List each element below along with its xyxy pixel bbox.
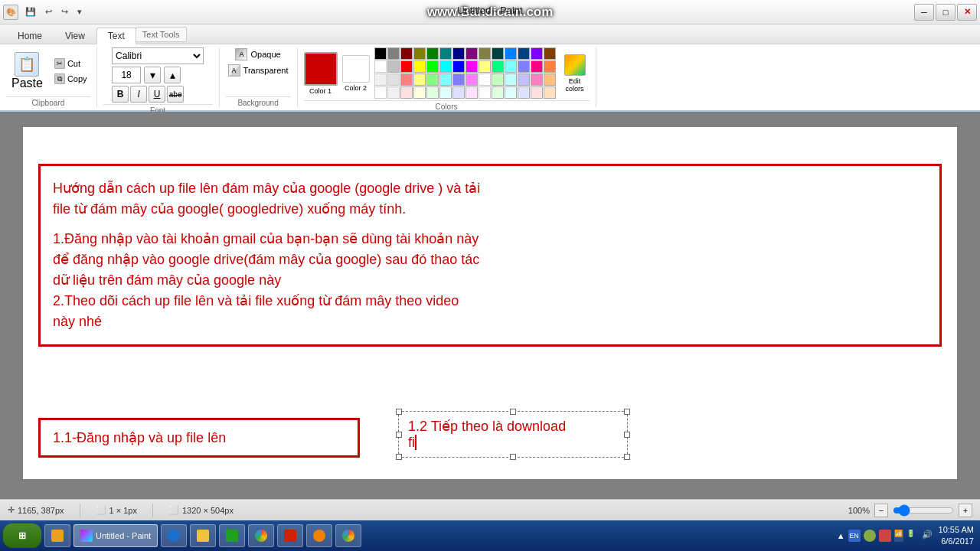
resize-handle-bl[interactable] — [396, 454, 402, 460]
color-lightmagenta[interactable] — [466, 73, 478, 86]
quick-dropdown-btn[interactable]: ▾ — [74, 5, 86, 18]
main-text-box[interactable]: Hướng dẫn cách up file lên đám mây của g… — [38, 164, 942, 347]
color-spring[interactable] — [492, 60, 504, 73]
color-honeydew[interactable] — [426, 86, 439, 99]
color-lightcyan3[interactable] — [439, 86, 452, 99]
color-red[interactable] — [400, 60, 413, 73]
color-maroon[interactable] — [400, 47, 413, 60]
color-blue[interactable] — [505, 47, 517, 60]
resize-handle-bm[interactable] — [510, 454, 516, 460]
taskbar-item-paint[interactable]: Untitled - Paint — [74, 524, 158, 547]
taskbar-item-chrome[interactable] — [248, 524, 274, 547]
color-lightgray[interactable] — [374, 73, 387, 86]
color-pink[interactable] — [531, 73, 543, 86]
underline-button[interactable]: U — [149, 86, 165, 103]
color-lavender2[interactable] — [452, 86, 465, 99]
decrease-font-btn[interactable]: ▾ — [144, 67, 161, 83]
taskbar-item-media[interactable] — [219, 524, 245, 547]
taskbar-item-1[interactable] — [44, 524, 70, 547]
resize-handle-br[interactable] — [624, 454, 630, 460]
tab-home[interactable]: Home — [6, 28, 54, 44]
color-alice[interactable] — [505, 86, 517, 99]
color-periwinkle[interactable] — [518, 73, 530, 86]
color-white3[interactable] — [374, 86, 387, 99]
color-teal[interactable] — [439, 47, 452, 60]
resize-handle-ml[interactable] — [396, 432, 402, 438]
quick-undo-btn[interactable]: ↩ — [41, 5, 56, 18]
italic-button[interactable]: I — [130, 86, 147, 103]
resize-handle-mr[interactable] — [624, 432, 630, 438]
color-purple[interactable] — [466, 47, 478, 60]
color-navy2[interactable] — [518, 47, 530, 60]
color-olive2[interactable] — [479, 47, 491, 60]
taskbar-item-vlc[interactable] — [306, 524, 332, 547]
resize-handle-tr[interactable] — [624, 409, 630, 415]
color-white2[interactable] — [479, 73, 491, 86]
taskbar-item-sw[interactable] — [277, 524, 303, 547]
resize-handle-tl[interactable] — [396, 409, 402, 415]
quick-save-btn[interactable]: 💾 — [21, 5, 40, 18]
quick-redo-btn[interactable]: ↪ — [57, 5, 72, 18]
paste-button[interactable]: 📋 Paste — [6, 50, 48, 93]
color-black[interactable] — [374, 47, 387, 60]
color-ghostwhite[interactable] — [518, 86, 530, 99]
color-cyan[interactable] — [439, 60, 452, 73]
color-lightblue[interactable] — [452, 73, 465, 86]
color-yellow2[interactable] — [479, 60, 491, 73]
copy-button[interactable]: ⧉ Copy — [51, 72, 90, 86]
color-sky[interactable] — [505, 60, 517, 73]
zoom-slider[interactable] — [893, 504, 954, 517]
color-bisque[interactable] — [544, 86, 556, 99]
opaque-option[interactable]: A Opaque — [233, 47, 283, 61]
color-gray[interactable] — [387, 47, 400, 60]
edit-colors-button[interactable]: Edit colors — [560, 52, 590, 95]
tab-text[interactable]: Text — [96, 28, 136, 44]
color-green[interactable] — [426, 47, 439, 60]
font-family-select[interactable]: Calibri — [112, 47, 204, 64]
color-lightyellow[interactable] — [413, 73, 426, 86]
cut-button[interactable]: ✂ Cut — [51, 57, 90, 70]
start-button[interactable]: ⊞ — [3, 523, 41, 548]
color-offwhite[interactable] — [387, 86, 400, 99]
close-btn[interactable]: ✕ — [957, 4, 977, 21]
zoom-out-btn[interactable]: − — [874, 504, 888, 517]
color-violet[interactable] — [531, 47, 543, 60]
font-size-input[interactable] — [112, 67, 141, 83]
minimize-btn[interactable]: ─ — [914, 4, 934, 21]
color-blush[interactable] — [400, 86, 413, 99]
transparent-option[interactable]: A Transparent — [226, 64, 291, 77]
color-mint2[interactable] — [492, 86, 504, 99]
zoom-in-btn[interactable]: + — [959, 504, 972, 517]
color-rose[interactable] — [531, 60, 543, 73]
color-blue2[interactable] — [452, 60, 465, 73]
color-lavblush[interactable] — [466, 86, 478, 99]
color-olive[interactable] — [413, 47, 426, 60]
bottom-right-text-box[interactable]: 1.2 Tiếp theo là downloadfi​ — [398, 411, 628, 458]
bold-button[interactable]: B — [112, 86, 129, 103]
color2-swatch[interactable] — [342, 55, 370, 83]
color-lightcyan2[interactable] — [505, 73, 517, 86]
color-misty[interactable] — [531, 86, 543, 99]
color-navy[interactable] — [452, 47, 465, 60]
color-white[interactable] — [374, 60, 387, 73]
color-silver[interactable] — [387, 60, 400, 73]
color-brown[interactable] — [544, 47, 556, 60]
color-peach[interactable] — [544, 73, 556, 86]
color-magenta[interactable] — [466, 60, 478, 73]
color-white4[interactable] — [479, 86, 491, 99]
paint-canvas[interactable]: Hướng dẫn cách up file lên đám mây của g… — [23, 127, 957, 479]
color-mint[interactable] — [492, 73, 504, 86]
color-lightcyan[interactable] — [439, 73, 452, 86]
tab-view[interactable]: View — [54, 28, 96, 44]
color1-swatch[interactable] — [304, 52, 338, 86]
color-teal2[interactable] — [492, 47, 504, 60]
color-lightgray2[interactable] — [387, 73, 400, 86]
maximize-btn[interactable]: □ — [936, 4, 956, 21]
color-orange[interactable] — [544, 60, 556, 73]
color-salmon[interactable] — [400, 73, 413, 86]
color-lavender[interactable] — [518, 60, 530, 73]
tray-arrow[interactable]: ▲ — [837, 531, 845, 540]
strikethrough-button[interactable]: abe — [167, 86, 184, 103]
increase-font-btn[interactable]: ▴ — [164, 67, 181, 83]
color-lightgreen[interactable] — [426, 73, 439, 86]
